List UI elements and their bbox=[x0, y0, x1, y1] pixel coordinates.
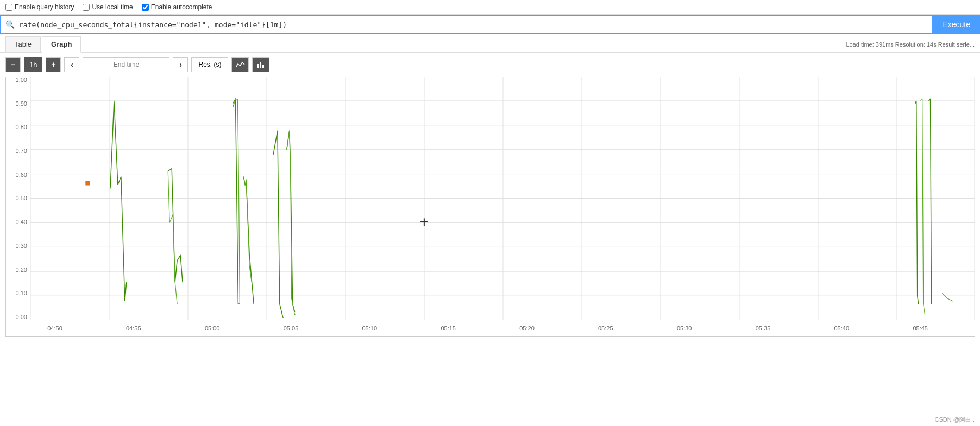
y-label-0.00: 0.00 bbox=[16, 314, 27, 320]
x-label-0515: 05:15 bbox=[441, 325, 456, 332]
prev-button[interactable]: ‹ bbox=[64, 57, 79, 72]
y-label-0.70: 0.70 bbox=[16, 148, 27, 154]
x-label-0505: 05:05 bbox=[284, 325, 299, 332]
enable-query-history-text: Enable query history bbox=[15, 3, 74, 11]
x-label-0545: 05:45 bbox=[913, 325, 928, 332]
y-label-0.50: 0.50 bbox=[16, 195, 27, 201]
search-bar: 🔍 bbox=[0, 15, 933, 34]
x-label-0500: 05:00 bbox=[205, 325, 220, 332]
y-label-0.10: 0.10 bbox=[16, 290, 27, 296]
duration-label: 1h bbox=[24, 57, 42, 72]
query-input[interactable] bbox=[19, 21, 927, 29]
minus-button[interactable]: − bbox=[5, 57, 21, 72]
y-label-0.20: 0.20 bbox=[16, 266, 27, 273]
enable-autocomplete-checkbox[interactable] bbox=[142, 4, 149, 11]
svg-rect-2 bbox=[262, 65, 264, 68]
y-label-0.90: 0.90 bbox=[16, 100, 27, 107]
x-label-0450: 04:50 bbox=[47, 325, 62, 332]
end-time-input[interactable] bbox=[83, 57, 169, 72]
enable-query-history-label[interactable]: Enable query history bbox=[5, 3, 74, 11]
x-label-0540: 05:40 bbox=[834, 325, 850, 332]
chart-svg: + bbox=[30, 77, 975, 320]
x-label-0510: 05:10 bbox=[362, 325, 378, 332]
x-label-0520: 05:20 bbox=[519, 325, 535, 332]
resolution-button[interactable]: Res. (s) bbox=[191, 57, 228, 72]
search-row: 🔍 Execute bbox=[0, 15, 980, 34]
y-label-0.60: 0.60 bbox=[16, 171, 27, 178]
y-label-0.80: 0.80 bbox=[16, 124, 27, 130]
y-label-1.00: 1.00 bbox=[16, 77, 27, 83]
svg-rect-27 bbox=[85, 181, 90, 186]
x-axis: 04:50 04:55 05:00 05:05 05:10 05:15 05:2… bbox=[30, 320, 975, 336]
svg-rect-0 bbox=[257, 64, 259, 68]
chart-inner: + bbox=[30, 77, 975, 320]
svg-text:+: + bbox=[420, 213, 429, 230]
y-label-0.30: 0.30 bbox=[16, 243, 27, 249]
tabs-container: Table Graph bbox=[5, 36, 81, 52]
search-icon: 🔍 bbox=[5, 20, 15, 29]
tab-table[interactable]: Table bbox=[5, 36, 41, 52]
tab-graph[interactable]: Graph bbox=[42, 36, 81, 53]
bar-chart-button[interactable] bbox=[252, 57, 269, 72]
use-local-time-text: Use local time bbox=[92, 3, 133, 11]
x-label-0535: 05:35 bbox=[756, 325, 771, 332]
top-bar: Enable query history Use local time Enab… bbox=[0, 0, 980, 15]
x-label-0530: 05:30 bbox=[677, 325, 692, 332]
plus-button[interactable]: + bbox=[46, 57, 61, 72]
x-label-0455: 04:55 bbox=[126, 325, 141, 332]
y-label-0.40: 0.40 bbox=[16, 219, 27, 225]
x-label-0525: 05:25 bbox=[598, 325, 613, 332]
next-button[interactable]: › bbox=[173, 57, 188, 72]
use-local-time-checkbox[interactable] bbox=[83, 4, 90, 11]
load-info: Load time: 391ms Resolution: 14s Result … bbox=[846, 41, 975, 48]
tabs-row: Table Graph Load time: 391ms Resolution:… bbox=[0, 34, 980, 53]
graph-controls: − 1h + ‹ › Res. (s) bbox=[0, 53, 980, 77]
line-chart-button[interactable] bbox=[231, 57, 249, 72]
chart-area: 1.00 0.90 0.80 0.70 0.60 0.50 0.40 0.30 … bbox=[5, 77, 975, 337]
svg-rect-1 bbox=[260, 62, 261, 68]
use-local-time-label[interactable]: Use local time bbox=[83, 3, 133, 11]
enable-autocomplete-label[interactable]: Enable autocomplete bbox=[142, 3, 212, 11]
execute-button[interactable]: Execute bbox=[933, 15, 980, 34]
enable-autocomplete-text: Enable autocomplete bbox=[151, 3, 212, 11]
y-axis: 1.00 0.90 0.80 0.70 0.60 0.50 0.40 0.30 … bbox=[6, 77, 30, 320]
enable-query-history-checkbox[interactable] bbox=[5, 4, 12, 11]
